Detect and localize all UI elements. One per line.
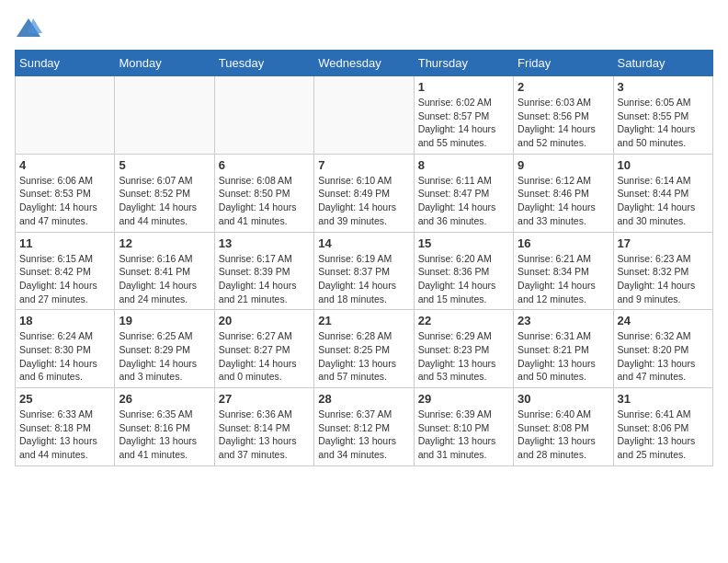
day-number: 13 <box>219 236 310 250</box>
day-info: Sunrise: 6:25 AM Sunset: 8:29 PM Dayligh… <box>119 329 210 384</box>
calendar-day-cell: 25Sunrise: 6:33 AM Sunset: 8:18 PM Dayli… <box>16 388 115 466</box>
day-info: Sunrise: 6:03 AM Sunset: 8:56 PM Dayligh… <box>518 96 609 150</box>
calendar-day-cell: 22Sunrise: 6:29 AM Sunset: 8:23 PM Dayli… <box>414 310 513 388</box>
day-info: Sunrise: 6:08 AM Sunset: 8:50 PM Dayligh… <box>219 174 310 228</box>
day-number: 20 <box>219 314 310 327</box>
day-info: Sunrise: 6:10 AM Sunset: 8:49 PM Dayligh… <box>318 174 409 228</box>
day-number: 25 <box>19 392 110 406</box>
calendar-weekday-header: Sunday <box>16 51 115 76</box>
calendar-day-cell: 21Sunrise: 6:28 AM Sunset: 8:25 PM Dayli… <box>314 310 414 388</box>
day-info: Sunrise: 6:33 AM Sunset: 8:18 PM Dayligh… <box>19 408 110 462</box>
calendar-day-cell: 8Sunrise: 6:11 AM Sunset: 8:47 PM Daylig… <box>414 154 513 232</box>
calendar-day-cell <box>115 76 214 155</box>
day-info: Sunrise: 6:27 AM Sunset: 8:27 PM Dayligh… <box>219 329 310 384</box>
day-number: 3 <box>618 80 709 94</box>
day-number: 11 <box>19 236 110 250</box>
day-number: 14 <box>318 236 409 250</box>
calendar-day-cell: 4Sunrise: 6:06 AM Sunset: 8:53 PM Daylig… <box>16 154 115 232</box>
day-info: Sunrise: 6:23 AM Sunset: 8:32 PM Dayligh… <box>618 252 709 306</box>
calendar-header-row: SundayMondayTuesdayWednesdayThursdayFrid… <box>16 51 713 76</box>
day-number: 22 <box>418 314 509 327</box>
day-number: 1 <box>418 80 509 94</box>
day-number: 9 <box>518 158 609 172</box>
logo-icon <box>15 15 42 42</box>
day-info: Sunrise: 6:41 AM Sunset: 8:06 PM Dayligh… <box>618 408 709 462</box>
calendar-day-cell: 1Sunrise: 6:02 AM Sunset: 8:57 PM Daylig… <box>414 76 513 155</box>
calendar-week-row: 1Sunrise: 6:02 AM Sunset: 8:57 PM Daylig… <box>16 76 713 155</box>
day-number: 28 <box>318 392 409 406</box>
calendar-weekday-header: Monday <box>115 51 214 76</box>
calendar-weekday-header: Tuesday <box>214 51 313 76</box>
day-number: 6 <box>219 158 310 172</box>
calendar-day-cell: 5Sunrise: 6:07 AM Sunset: 8:52 PM Daylig… <box>115 154 214 232</box>
calendar-day-cell: 20Sunrise: 6:27 AM Sunset: 8:27 PM Dayli… <box>214 310 313 388</box>
day-number: 26 <box>119 392 210 406</box>
calendar-table: SundayMondayTuesdayWednesdayThursdayFrid… <box>15 50 713 466</box>
logo <box>15 15 46 42</box>
calendar-week-row: 18Sunrise: 6:24 AM Sunset: 8:30 PM Dayli… <box>16 310 713 388</box>
day-number: 17 <box>618 236 709 250</box>
day-info: Sunrise: 6:19 AM Sunset: 8:37 PM Dayligh… <box>318 252 409 306</box>
calendar-day-cell: 28Sunrise: 6:37 AM Sunset: 8:12 PM Dayli… <box>314 388 414 466</box>
day-number: 24 <box>618 314 709 327</box>
calendar-day-cell: 2Sunrise: 6:03 AM Sunset: 8:56 PM Daylig… <box>514 76 613 155</box>
calendar-weekday-header: Saturday <box>613 51 712 76</box>
day-number: 15 <box>418 236 509 250</box>
day-info: Sunrise: 6:12 AM Sunset: 8:46 PM Dayligh… <box>518 174 609 228</box>
day-number: 7 <box>318 158 409 172</box>
calendar-week-row: 4Sunrise: 6:06 AM Sunset: 8:53 PM Daylig… <box>16 154 713 232</box>
day-info: Sunrise: 6:06 AM Sunset: 8:53 PM Dayligh… <box>19 174 110 228</box>
day-info: Sunrise: 6:02 AM Sunset: 8:57 PM Dayligh… <box>418 96 509 150</box>
day-info: Sunrise: 6:15 AM Sunset: 8:42 PM Dayligh… <box>19 252 110 306</box>
day-number: 8 <box>418 158 509 172</box>
page-header <box>15 15 713 42</box>
day-number: 27 <box>219 392 310 406</box>
calendar-day-cell: 26Sunrise: 6:35 AM Sunset: 8:16 PM Dayli… <box>115 388 214 466</box>
calendar-week-row: 11Sunrise: 6:15 AM Sunset: 8:42 PM Dayli… <box>16 232 713 310</box>
day-number: 29 <box>418 392 509 406</box>
calendar-day-cell: 24Sunrise: 6:32 AM Sunset: 8:20 PM Dayli… <box>613 310 712 388</box>
calendar-day-cell: 6Sunrise: 6:08 AM Sunset: 8:50 PM Daylig… <box>214 154 313 232</box>
day-number: 30 <box>518 392 609 406</box>
day-info: Sunrise: 6:39 AM Sunset: 8:10 PM Dayligh… <box>418 408 509 462</box>
day-info: Sunrise: 6:14 AM Sunset: 8:44 PM Dayligh… <box>618 174 709 228</box>
day-number: 18 <box>19 314 110 327</box>
calendar-day-cell: 19Sunrise: 6:25 AM Sunset: 8:29 PM Dayli… <box>115 310 214 388</box>
calendar-day-cell: 15Sunrise: 6:20 AM Sunset: 8:36 PM Dayli… <box>414 232 513 310</box>
day-info: Sunrise: 6:24 AM Sunset: 8:30 PM Dayligh… <box>19 329 110 384</box>
day-info: Sunrise: 6:40 AM Sunset: 8:08 PM Dayligh… <box>518 408 609 462</box>
day-info: Sunrise: 6:32 AM Sunset: 8:20 PM Dayligh… <box>618 329 709 384</box>
day-number: 5 <box>119 158 210 172</box>
calendar-day-cell: 13Sunrise: 6:17 AM Sunset: 8:39 PM Dayli… <box>214 232 313 310</box>
calendar-day-cell: 17Sunrise: 6:23 AM Sunset: 8:32 PM Dayli… <box>613 232 712 310</box>
day-number: 19 <box>119 314 210 327</box>
calendar-day-cell: 3Sunrise: 6:05 AM Sunset: 8:55 PM Daylig… <box>613 76 712 155</box>
day-info: Sunrise: 6:21 AM Sunset: 8:34 PM Dayligh… <box>518 252 609 306</box>
day-info: Sunrise: 6:28 AM Sunset: 8:25 PM Dayligh… <box>318 329 409 384</box>
day-info: Sunrise: 6:11 AM Sunset: 8:47 PM Dayligh… <box>418 174 509 228</box>
calendar-weekday-header: Friday <box>514 51 613 76</box>
calendar-day-cell: 27Sunrise: 6:36 AM Sunset: 8:14 PM Dayli… <box>214 388 313 466</box>
day-info: Sunrise: 6:05 AM Sunset: 8:55 PM Dayligh… <box>618 96 709 150</box>
day-number: 16 <box>518 236 609 250</box>
calendar-day-cell: 23Sunrise: 6:31 AM Sunset: 8:21 PM Dayli… <box>514 310 613 388</box>
calendar-weekday-header: Wednesday <box>314 51 414 76</box>
day-info: Sunrise: 6:17 AM Sunset: 8:39 PM Dayligh… <box>219 252 310 306</box>
calendar-day-cell: 11Sunrise: 6:15 AM Sunset: 8:42 PM Dayli… <box>16 232 115 310</box>
day-info: Sunrise: 6:36 AM Sunset: 8:14 PM Dayligh… <box>219 408 310 462</box>
calendar-day-cell: 14Sunrise: 6:19 AM Sunset: 8:37 PM Dayli… <box>314 232 414 310</box>
calendar-day-cell: 31Sunrise: 6:41 AM Sunset: 8:06 PM Dayli… <box>613 388 712 466</box>
day-info: Sunrise: 6:20 AM Sunset: 8:36 PM Dayligh… <box>418 252 509 306</box>
calendar-day-cell: 10Sunrise: 6:14 AM Sunset: 8:44 PM Dayli… <box>613 154 712 232</box>
day-info: Sunrise: 6:07 AM Sunset: 8:52 PM Dayligh… <box>119 174 210 228</box>
calendar-day-cell: 12Sunrise: 6:16 AM Sunset: 8:41 PM Dayli… <box>115 232 214 310</box>
calendar-weekday-header: Thursday <box>414 51 513 76</box>
calendar-day-cell: 29Sunrise: 6:39 AM Sunset: 8:10 PM Dayli… <box>414 388 513 466</box>
calendar-day-cell <box>314 76 414 155</box>
calendar-day-cell: 30Sunrise: 6:40 AM Sunset: 8:08 PM Dayli… <box>514 388 613 466</box>
day-number: 2 <box>518 80 609 94</box>
day-number: 21 <box>318 314 409 327</box>
day-info: Sunrise: 6:29 AM Sunset: 8:23 PM Dayligh… <box>418 329 509 384</box>
day-number: 12 <box>119 236 210 250</box>
day-number: 4 <box>19 158 110 172</box>
